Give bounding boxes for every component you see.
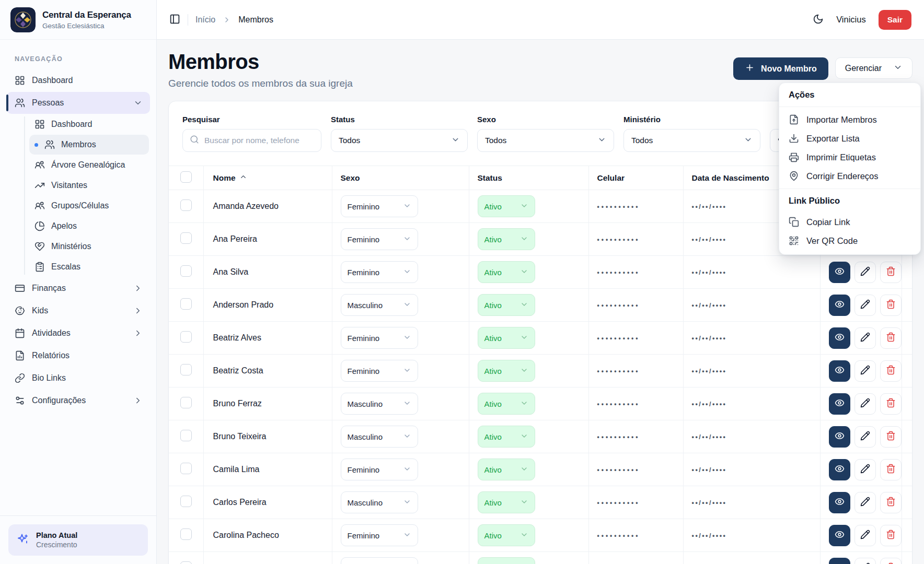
theme-toggle-button[interactable] [813, 14, 824, 26]
row-checkbox[interactable] [180, 561, 192, 564]
menu-item-exportar-lista[interactable]: Exportar Lista [779, 129, 920, 148]
sidebar-item-relatorios[interactable]: Relatórios [6, 345, 150, 367]
sidebar-item-bio-links[interactable]: Bio Links [6, 367, 150, 389]
sidebar-subitem-ministerios[interactable]: Ministérios [29, 237, 149, 256]
logout-button[interactable]: Sair [879, 10, 911, 30]
row-checkbox[interactable] [180, 430, 192, 441]
delete-button[interactable] [880, 393, 902, 415]
row-checkbox[interactable] [180, 331, 192, 343]
sidebar-subitem-escalas[interactable]: Escalas [29, 257, 149, 277]
menu-item-importar-membros[interactable]: Importar Membros [779, 110, 920, 129]
edit-button[interactable] [854, 426, 876, 448]
sidebar-item-financas[interactable]: Finanças [6, 277, 150, 299]
delete-button[interactable] [880, 360, 902, 382]
sex-select[interactable]: Feminino [341, 228, 418, 250]
status-select[interactable]: Ativo [478, 393, 535, 415]
menu-item-corrigir-enderecos[interactable]: Corrigir Endereços [779, 167, 920, 185]
delete-button[interactable] [880, 295, 902, 316]
row-checkbox[interactable] [180, 463, 192, 474]
row-checkbox[interactable] [180, 298, 192, 310]
status-select[interactable]: Ativo [478, 228, 535, 250]
sex-select[interactable]: Feminino [341, 261, 418, 283]
menu-item-ver-qr-code[interactable]: Ver QR Code [779, 231, 920, 250]
menu-item-copiar-link[interactable]: Copiar Link [779, 213, 920, 231]
status-select[interactable]: Ativo [478, 557, 535, 564]
new-member-button[interactable]: Novo Membro [733, 57, 828, 80]
status-select[interactable]: Ativo [478, 327, 535, 349]
sidebar-subitem-dashboard[interactable]: Dashboard [29, 114, 149, 134]
row-checkbox[interactable] [180, 199, 192, 211]
view-button[interactable] [829, 262, 850, 283]
manage-button[interactable]: Gerenciar [835, 57, 913, 79]
sex-select[interactable]: Masculino [341, 294, 418, 316]
sex-select[interactable]: Masculino [341, 491, 418, 513]
sex-filter-select[interactable]: Todos [477, 129, 614, 152]
sort-by-name-header[interactable]: Nome [213, 173, 247, 183]
search-input[interactable] [204, 136, 314, 145]
sex-select[interactable]: Feminino [341, 360, 418, 382]
row-checkbox[interactable] [180, 364, 192, 375]
edit-button[interactable] [854, 262, 876, 283]
sidebar-item-kids[interactable]: Kids [6, 300, 150, 322]
view-button[interactable] [829, 492, 850, 513]
view-button[interactable] [829, 426, 850, 448]
view-button[interactable] [829, 459, 850, 480]
menu-item-imprimir-etiquetas[interactable]: Imprimir Etiquetas [779, 148, 920, 167]
select-all-checkbox[interactable] [180, 171, 192, 183]
edit-button[interactable] [854, 360, 876, 382]
view-button[interactable] [829, 295, 850, 316]
view-button[interactable] [829, 558, 850, 564]
row-checkbox[interactable] [180, 496, 192, 507]
edit-button[interactable] [854, 525, 876, 546]
row-checkbox[interactable] [180, 265, 192, 277]
delete-button[interactable] [880, 492, 902, 513]
row-checkbox[interactable] [180, 528, 192, 540]
sidebar-subitem-visitantes[interactable]: Visitantes [29, 175, 149, 195]
sex-select[interactable]: Feminino [341, 195, 418, 217]
sidebar-subitem-arvore-genealogica[interactable]: Árvore Genealógica [29, 155, 149, 175]
sidebar-item-pessoas[interactable]: Pessoas [6, 92, 150, 114]
view-button[interactable] [829, 393, 850, 415]
edit-button[interactable] [854, 558, 876, 564]
view-button[interactable] [829, 525, 850, 546]
sex-select[interactable]: Masculino [341, 393, 418, 415]
edit-button[interactable] [854, 393, 876, 415]
sidebar-subitem-apelos[interactable]: Apelos [29, 216, 149, 236]
sidebar-toggle-button[interactable] [169, 14, 180, 26]
sex-select[interactable]: Feminino [341, 524, 418, 546]
status-select[interactable]: Ativo [478, 360, 535, 382]
sidebar-item-configuracoes[interactable]: Configurações [6, 390, 150, 412]
sidebar-subitem-membros[interactable]: Membros [29, 135, 149, 155]
sidebar-item-atividades[interactable]: Atividades [6, 322, 150, 344]
status-select[interactable]: Ativo [478, 261, 535, 283]
edit-button[interactable] [854, 492, 876, 513]
status-select[interactable]: Ativo [478, 426, 535, 448]
delete-button[interactable] [880, 426, 902, 448]
status-select[interactable]: Ativo [478, 195, 535, 217]
status-select[interactable]: Ativo [478, 491, 535, 513]
status-select[interactable]: Ativo [478, 459, 535, 480]
status-filter-select[interactable]: Todos [331, 129, 468, 152]
delete-button[interactable] [880, 558, 902, 564]
delete-button[interactable] [880, 327, 902, 349]
ministry-filter-select[interactable]: Todos [623, 129, 760, 152]
delete-button[interactable] [880, 262, 902, 283]
edit-button[interactable] [854, 327, 876, 349]
edit-button[interactable] [854, 295, 876, 316]
row-checkbox[interactable] [180, 397, 192, 408]
edit-button[interactable] [854, 459, 876, 480]
sex-select[interactable]: Feminino [341, 327, 418, 349]
sidebar-subitem-grupos-celulas[interactable]: Grupos/Células [29, 196, 149, 216]
sex-select[interactable]: Masculino [341, 557, 418, 564]
sex-select[interactable]: Feminino [341, 459, 418, 480]
breadcrumb-home[interactable]: Início [195, 15, 215, 25]
view-button[interactable] [829, 360, 850, 382]
sidebar-item-dashboard[interactable]: Dashboard [6, 69, 150, 91]
delete-button[interactable] [880, 525, 902, 546]
sex-select[interactable]: Masculino [341, 426, 418, 448]
view-button[interactable] [829, 327, 850, 349]
status-select[interactable]: Ativo [478, 294, 535, 316]
row-checkbox[interactable] [180, 232, 192, 244]
delete-button[interactable] [880, 459, 902, 480]
status-select[interactable]: Ativo [478, 524, 535, 546]
